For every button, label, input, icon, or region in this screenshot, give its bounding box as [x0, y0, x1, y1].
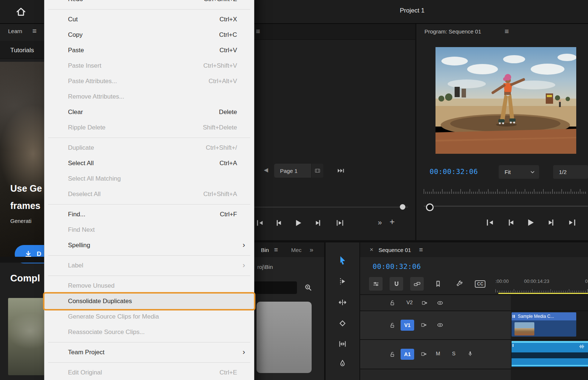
tab-bin[interactable]: Bin — [261, 247, 269, 253]
zoom-fit-dropdown[interactable]: Fit — [499, 165, 539, 179]
step-forward-icon[interactable] — [312, 217, 323, 228]
ripple-edit-tool[interactable] — [335, 295, 350, 310]
trim-handle[interactable] — [513, 315, 513, 318]
ruler-tick — [490, 192, 490, 194]
track-header-v2[interactable]: V2 — [360, 294, 511, 310]
go-to-in-icon[interactable] — [254, 217, 265, 228]
selection-tool[interactable] — [335, 253, 350, 267]
mic-icon[interactable] — [466, 349, 474, 358]
video-clip[interactable]: Sample Media C... — [512, 312, 576, 337]
program-ruler[interactable] — [424, 185, 588, 194]
track-header-a2[interactable] — [360, 369, 511, 380]
track-lane-v1[interactable]: Sample Media C... — [511, 310, 588, 339]
program-video-frame[interactable] — [435, 47, 576, 154]
tab-media[interactable]: Mec — [291, 247, 301, 253]
program-scroll-bar[interactable] — [424, 206, 588, 207]
project-zoom-bar[interactable] — [254, 207, 408, 207]
menu-item-paste[interactable]: PasteCtrl+V — [44, 43, 254, 58]
slip-tool[interactable] — [335, 337, 350, 351]
timeline-display-settings-button[interactable] — [369, 277, 383, 291]
play-around-icon[interactable] — [335, 165, 346, 176]
project-zoom-knob[interactable] — [400, 204, 405, 210]
program-playhead-knob[interactable] — [426, 203, 434, 211]
play-button[interactable] — [524, 217, 536, 228]
go-to-out-icon[interactable] — [566, 217, 578, 228]
track-select-tool[interactable] — [335, 274, 350, 289]
menu-item-select-all[interactable]: Select AllCtrl+A — [44, 156, 254, 171]
search-icon[interactable] — [303, 282, 314, 293]
menu-item-copy[interactable]: CopyCtrl+C — [44, 27, 254, 43]
go-to-in-icon[interactable] — [484, 217, 496, 228]
close-icon[interactable]: × — [370, 246, 373, 253]
ruler-tick — [455, 192, 455, 194]
menu-separator — [44, 360, 254, 365]
menu-item-team-project[interactable]: Team Project› — [44, 345, 254, 360]
ruler-tick — [477, 192, 477, 194]
track-lane-a1[interactable] — [511, 339, 588, 369]
resolution-dropdown[interactable]: 1/2 — [553, 165, 588, 179]
pen-tool[interactable] — [335, 356, 350, 371]
trim-handle[interactable] — [514, 315, 515, 318]
track-header-v1[interactable]: V1 — [360, 310, 511, 339]
program-timecode[interactable]: 00:00:32:06 — [430, 167, 478, 175]
snap-button[interactable] — [390, 277, 403, 291]
mute-button[interactable]: M — [436, 351, 440, 356]
menu-item-clear[interactable]: ClearDelete — [44, 104, 254, 120]
timeline-settings-button[interactable] — [454, 279, 465, 289]
panel-overflow-icon[interactable]: » — [378, 218, 382, 227]
program-panel-menu-icon[interactable]: ≡ — [505, 28, 509, 35]
eye-icon[interactable] — [436, 299, 444, 307]
step-back-icon[interactable] — [273, 217, 284, 228]
add-button[interactable]: + — [390, 217, 395, 227]
lock-open-icon[interactable] — [388, 321, 396, 329]
razor-tool[interactable] — [335, 316, 350, 331]
page-filmstrip-icon[interactable] — [311, 164, 323, 178]
track-patch-icon[interactable] — [420, 299, 429, 307]
ruler-tick — [580, 291, 580, 292]
track-lane-a2[interactable] — [511, 369, 588, 380]
trim-handle[interactable] — [513, 344, 513, 347]
bin-panel-menu-icon[interactable]: ≡ — [274, 246, 278, 253]
learn-panel-menu-icon[interactable]: ≡ — [32, 27, 37, 35]
ruler-tick — [569, 192, 569, 194]
menu-item-spelling[interactable]: Spelling› — [44, 238, 254, 253]
track-patch-icon[interactable] — [420, 350, 428, 358]
page-back-icon[interactable]: ◀ — [264, 167, 268, 173]
bin-scrollbar-thumb[interactable] — [257, 302, 312, 373]
tab-sequence[interactable]: Sequence 01 — [379, 247, 411, 253]
tab-overflow-icon[interactable]: » — [310, 246, 313, 254]
track-target-a1[interactable]: A1 — [401, 349, 414, 360]
step-forward-icon[interactable] — [545, 217, 557, 228]
linked-selection-button[interactable] — [410, 277, 424, 291]
track-lane-v2[interactable] — [511, 294, 588, 310]
menu-item-consolidate-duplicates[interactable]: Consolidate Duplicates — [44, 294, 254, 309]
play-button[interactable] — [293, 217, 304, 228]
eye-icon[interactable] — [436, 321, 444, 329]
project-panel-menu-icon[interactable]: ≡ — [256, 28, 260, 35]
tab-tutorials[interactable]: Tutorials — [10, 47, 34, 54]
add-marker-button[interactable] — [433, 279, 443, 289]
lock-open-icon[interactable] — [388, 299, 396, 307]
track-patch-icon[interactable] — [420, 321, 428, 329]
audio-clip[interactable] — [512, 341, 588, 367]
bin-search-input[interactable] — [254, 281, 297, 294]
page-selector[interactable]: Page 1 — [274, 164, 323, 178]
play-in-to-out-icon[interactable] — [334, 217, 345, 228]
ruler-tick — [552, 291, 553, 292]
track-target-v1[interactable]: V1 — [401, 320, 414, 331]
menu-item-label: Find Next — [68, 226, 95, 234]
ruler-label-2: 0 — [585, 278, 588, 284]
lock-open-icon[interactable] — [388, 350, 396, 358]
solo-button[interactable]: S — [452, 351, 455, 356]
menu-item-cut[interactable]: CutCtrl+X — [44, 12, 254, 27]
captions-button[interactable]: CC — [475, 280, 485, 288]
timeline-timecode[interactable]: 00:00:32:06 — [373, 262, 421, 270]
home-button[interactable] — [12, 4, 29, 19]
track-header-a1[interactable]: A1 M S — [360, 339, 511, 369]
menu-item-redo[interactable]: RedoCtrl+Shift+Z — [44, 0, 254, 7]
ruler-tick — [576, 291, 577, 292]
timeline-ruler[interactable] — [495, 286, 588, 292]
menu-item-find[interactable]: Find...Ctrl+F — [44, 207, 254, 222]
timeline-panel-menu-icon[interactable]: ≡ — [419, 246, 423, 253]
step-back-icon[interactable] — [505, 217, 517, 228]
